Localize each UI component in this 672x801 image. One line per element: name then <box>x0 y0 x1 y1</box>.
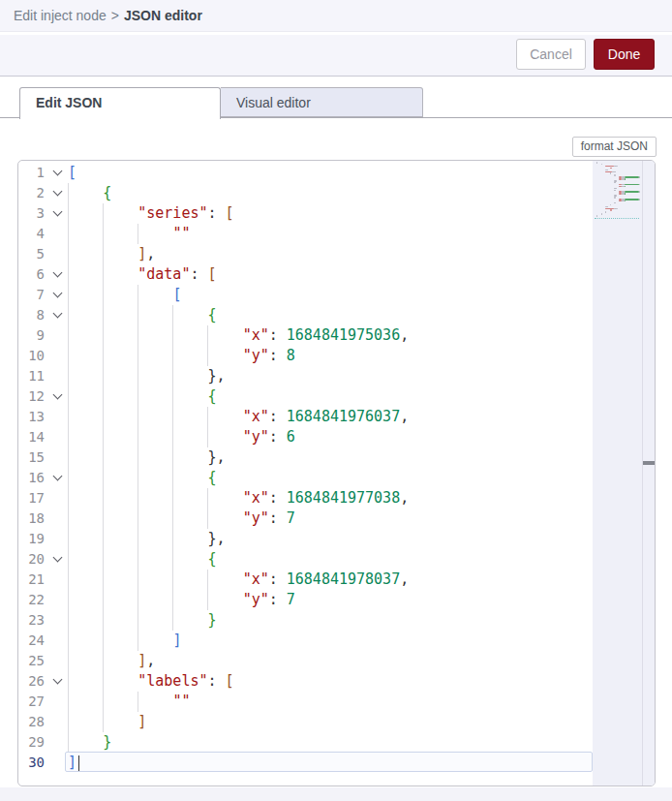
code-text: "y": 6 <box>68 427 295 447</box>
code-line[interactable]: 11 }, <box>18 366 655 386</box>
minimap-mark <box>625 186 626 188</box>
line-number: 10 <box>18 346 45 366</box>
code-line[interactable]: 22 "y": 7 <box>18 590 655 610</box>
minimap-mark <box>605 171 612 173</box>
fold-toggle[interactable] <box>47 203 67 224</box>
code-line[interactable]: 5 ], <box>18 244 655 264</box>
minimap-mark <box>614 197 615 199</box>
minimap[interactable] <box>593 161 655 786</box>
chevron-down-icon <box>52 309 62 319</box>
code-line[interactable]: 18 "y": 7 <box>18 508 655 529</box>
minimap-mark <box>625 178 626 180</box>
code-line[interactable]: 27 "" <box>18 692 655 712</box>
line-number: 30 <box>18 753 45 773</box>
code-line[interactable]: 19 }, <box>18 529 655 549</box>
fold-toggle[interactable] <box>47 305 67 325</box>
scrollbar-thumb[interactable] <box>643 461 655 465</box>
fold-toggle[interactable] <box>47 183 67 203</box>
code-line[interactable]: 28 ] <box>18 712 655 732</box>
minimap-mark <box>614 182 615 184</box>
fold-toggle[interactable] <box>47 264 67 285</box>
code-text: [ <box>68 163 76 183</box>
line-number: 11 <box>18 366 45 386</box>
fold-toggle[interactable] <box>47 671 67 692</box>
chevron-down-icon <box>52 268 62 278</box>
breadcrumb: Edit inject node>JSON editor <box>14 8 202 23</box>
code-line[interactable]: 8 { <box>18 305 655 325</box>
code-text: "" <box>68 692 190 712</box>
chevron-down-icon <box>52 167 62 176</box>
code-line[interactable]: 29 } <box>18 732 655 753</box>
minimap-mark <box>625 184 639 186</box>
fold-toggle[interactable] <box>47 386 67 407</box>
line-number: 18 <box>18 508 45 529</box>
code-line[interactable]: 14 "y": 6 <box>18 427 655 447</box>
code-line[interactable]: 13 "x": 1684841976037, <box>18 407 655 427</box>
code-line[interactable]: 3 "series": [ <box>18 203 655 224</box>
tab-visual-editor[interactable]: Visual editor <box>221 87 423 117</box>
minimap-mark <box>617 166 618 168</box>
code-line[interactable]: 4 "" <box>18 224 655 244</box>
format-json-button[interactable]: format JSON <box>572 137 657 157</box>
code-line[interactable]: 12 { <box>18 386 655 407</box>
code-line[interactable]: 23 } <box>18 610 655 631</box>
code-text: } <box>68 732 111 753</box>
code-text: "" <box>68 224 190 244</box>
minimap-mark <box>625 199 639 200</box>
fold-toggle[interactable] <box>47 468 67 488</box>
code-line[interactable]: 6 "data": [ <box>18 264 655 285</box>
line-number: 13 <box>18 407 45 427</box>
code-text: { <box>68 305 217 325</box>
code-line[interactable]: 17 "x": 1684841977038, <box>18 488 655 508</box>
minimap-mark <box>639 199 640 200</box>
fold-toggle[interactable] <box>47 549 67 570</box>
code-text: ] <box>68 712 146 732</box>
fold-toggle[interactable] <box>47 163 67 183</box>
minimap-mark <box>601 164 602 166</box>
code-line[interactable]: 9 "x": 1684841975036, <box>18 325 655 346</box>
code-text: ], <box>68 244 155 264</box>
code-text: }, <box>68 447 226 468</box>
fold-toggle[interactable] <box>47 285 67 305</box>
code-line[interactable]: 10 "y": 8 <box>18 346 655 366</box>
code-line[interactable]: 30] <box>18 753 655 773</box>
code-line[interactable]: 16 { <box>18 468 655 488</box>
code-line[interactable]: 2 { <box>18 183 655 203</box>
code-area[interactable]: 1[2 {3 "series": [4 ""5 ],6 "data": [7 [… <box>18 161 655 786</box>
chevron-down-icon <box>52 289 62 298</box>
minimap-mark <box>610 209 612 211</box>
minimap-mark <box>625 193 626 195</box>
line-number: 22 <box>18 590 45 610</box>
minimap-mark <box>596 162 597 164</box>
code-text: "data": [ <box>68 264 217 285</box>
code-line[interactable]: 21 "x": 1684841978037, <box>18 570 655 590</box>
line-number: 29 <box>18 732 45 753</box>
code-text: ], <box>68 651 155 671</box>
cancel-button[interactable]: Cancel <box>516 39 586 70</box>
chevron-down-icon <box>52 553 62 563</box>
dialog-header: Edit inject node>JSON editor <box>0 0 672 32</box>
minimap-mark <box>605 211 606 213</box>
code-text: "x": 1684841977038, <box>68 488 409 508</box>
code-text: }, <box>68 529 226 549</box>
minimap-separator <box>642 161 643 786</box>
line-number: 6 <box>18 264 45 285</box>
code-line[interactable]: 26 "labels": [ <box>18 671 655 692</box>
code-line[interactable]: 24 ] <box>18 631 655 651</box>
code-line[interactable]: 25 ], <box>18 651 655 671</box>
code-line[interactable]: 1[ <box>18 163 655 183</box>
done-button[interactable]: Done <box>594 39 655 70</box>
line-number: 27 <box>18 692 45 712</box>
chevron-down-icon <box>52 675 62 685</box>
json-code-editor[interactable]: 1[2 {3 "series": [4 ""5 ],6 "data": [7 [… <box>17 160 656 786</box>
code-text: { <box>68 549 217 570</box>
code-line[interactable]: 20 { <box>18 549 655 570</box>
minimap-mark <box>596 215 597 217</box>
tab-edit-json[interactable]: Edit JSON <box>19 87 221 119</box>
minimap-mark <box>610 204 611 206</box>
line-number: 12 <box>18 386 45 407</box>
code-line[interactable]: 15 }, <box>18 447 655 468</box>
line-number: 17 <box>18 488 45 508</box>
line-number: 19 <box>18 529 45 549</box>
code-line[interactable]: 7 [ <box>18 285 655 305</box>
